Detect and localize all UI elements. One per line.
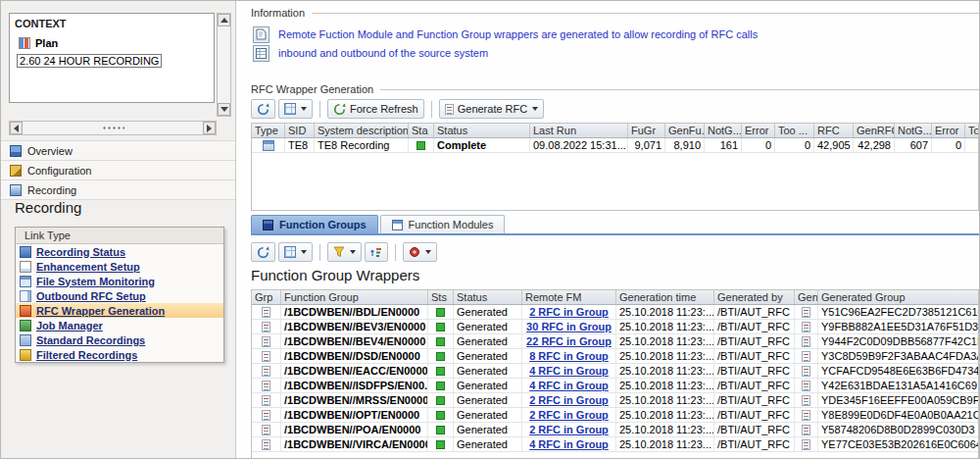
- force-refresh-button[interactable]: Force Refresh: [327, 99, 424, 119]
- accordion-label: Recording: [27, 184, 76, 196]
- fg-table-row[interactable]: /1BCDWBEN//POA/EN0000Generated2 RFC in G…: [252, 423, 978, 437]
- system-type-icon: [263, 140, 274, 151]
- cell-remote_fm[interactable]: 30 RFC in Group: [522, 320, 616, 333]
- generated-icon: [802, 307, 810, 318]
- group-icon: [262, 425, 270, 435]
- cell-generated_group: Y51C96EA2FEC2D7385121C610F: [818, 305, 979, 319]
- document-edit-icon[interactable]: [253, 26, 270, 43]
- column-header[interactable]: Too ...: [965, 124, 979, 137]
- function-group-table: GrpFunction GroupStsStatusRemote FMGener…: [251, 289, 979, 459]
- column-header[interactable]: Generated by: [714, 290, 795, 304]
- layout-button[interactable]: [278, 99, 313, 119]
- icon-cell: [795, 379, 818, 392]
- fg-table-row[interactable]: /1BCDWBEN//ISDFPS/EN00...Generated4 RFC …: [252, 379, 978, 393]
- sidebar-link-label: RFC Wrapper Generation: [36, 305, 165, 317]
- sidebar-link-file-system-monitoring[interactable]: File System Monitoring: [16, 274, 223, 288]
- cell-remote_fm[interactable]: 2 RFC in Group: [522, 423, 616, 436]
- accordion-item-recording[interactable]: Recording: [1, 179, 235, 199]
- scroll-down-button[interactable]: [218, 103, 230, 116]
- cell-remote_fm[interactable]: 2 RFC in Group: [522, 408, 616, 422]
- column-header[interactable]: Grp: [252, 290, 281, 304]
- column-header[interactable]: Remote FM: [522, 290, 616, 304]
- force-refresh-label: Force Refresh: [350, 103, 418, 115]
- column-header[interactable]: SID: [285, 124, 315, 137]
- column-header[interactable]: GenRFC: [854, 124, 895, 137]
- column-header[interactable]: Function Group: [281, 290, 428, 304]
- sidebar-link-recording-status[interactable]: Recording Status: [16, 244, 223, 259]
- services-button[interactable]: [403, 242, 437, 262]
- fg-table-row[interactable]: /1BCDWBEN//BEV3/EN0000Generated30 RFC in…: [252, 320, 978, 334]
- down-arrow-icon: [220, 107, 228, 112]
- sort-button[interactable]: [365, 242, 388, 262]
- scroll-left-button[interactable]: [10, 122, 23, 134]
- icon-cell: [252, 138, 285, 152]
- fg-table-row[interactable]: /1BCDWBEN//VIRCA/EN0000Generated4 RFC in…: [252, 437, 978, 452]
- table-icon[interactable]: [253, 45, 270, 62]
- dropdown-caret: [301, 250, 307, 254]
- grid-refresh-button[interactable]: [251, 242, 275, 262]
- fg-table-row[interactable]: /1BCDWBEN//BDL/EN0000Generated2 RFC in G…: [252, 305, 978, 320]
- sidebar-link-rfc-wrapper-generation[interactable]: RFC Wrapper Generation: [16, 303, 223, 318]
- cell-remote_fm[interactable]: 4 RFC in Group: [522, 364, 616, 378]
- sidebar-link-filtered-recordings[interactable]: Filtered Recordings: [16, 347, 223, 362]
- generate-rfc-button[interactable]: Generate RFC: [439, 99, 545, 119]
- column-header[interactable]: Type: [252, 124, 285, 137]
- refresh-button[interactable]: [251, 99, 275, 119]
- dropdown-caret: [301, 107, 307, 111]
- icon-cell: [428, 334, 454, 348]
- sidebar-link-standard-recordings[interactable]: Standard Recordings: [16, 332, 223, 347]
- filter-button[interactable]: [327, 242, 362, 262]
- column-header[interactable]: GenFu...: [665, 124, 705, 137]
- column-header[interactable]: Error: [932, 124, 965, 137]
- fg-table-row[interactable]: /1BCDWBEN//BEV4/EN0000Generated22 RFC in…: [252, 334, 978, 349]
- tab-function-groups[interactable]: Function Groups: [251, 215, 378, 233]
- column-header[interactable]: RFC: [814, 124, 854, 137]
- sidebar-link-enhancement-setup[interactable]: Enhancement Setup: [16, 259, 223, 274]
- context-horizontal-scrollbar[interactable]: [9, 121, 217, 135]
- scrollbar-gripper[interactable]: [23, 122, 203, 134]
- cell-status: Generated: [454, 364, 522, 378]
- fg-table-row[interactable]: /1BCDWBEN//OPT/EN0000Generated2 RFC in G…: [252, 408, 978, 423]
- tree-item-plan-value[interactable]: 2.60 24 HOUR RECORDING: [17, 54, 162, 68]
- accordion-item-overview[interactable]: Overview: [1, 140, 235, 160]
- cell-remote_fm[interactable]: 8 RFC in Group: [522, 349, 616, 363]
- column-header[interactable]: Status: [434, 124, 530, 137]
- column-header[interactable]: Error: [742, 124, 775, 137]
- column-header[interactable]: Generated Group: [818, 290, 979, 304]
- scroll-right-button[interactable]: [203, 122, 216, 134]
- column-header[interactable]: NotG...: [705, 124, 742, 137]
- link-list: Recording StatusEnhancement SetupFile Sy…: [16, 244, 223, 362]
- sidebar-link-outbound-rfc-setup[interactable]: Outbound RFC Setup: [16, 288, 223, 303]
- column-header[interactable]: Sta: [409, 124, 434, 137]
- rfc-status-row[interactable]: TE8TE8 RecordingComplete09.08.2022 15:31…: [252, 138, 978, 153]
- column-header[interactable]: Status: [454, 290, 522, 304]
- column-header[interactable]: FuGr: [628, 124, 665, 137]
- tab-function-modules[interactable]: Function Modules: [380, 215, 506, 233]
- grid-layout-button[interactable]: [278, 242, 313, 262]
- column-header[interactable]: Sts: [428, 290, 454, 304]
- column-header[interactable]: System description: [315, 124, 409, 137]
- cell-remote_fm[interactable]: 2 RFC in Group: [522, 393, 616, 407]
- sidebar-link-label: Filtered Recordings: [36, 349, 137, 361]
- column-header[interactable]: Last Run: [530, 124, 628, 137]
- cell-remote_fm[interactable]: 4 RFC in Group: [522, 379, 616, 392]
- fg-table-row[interactable]: /1BCDWBEN//EACC/EN0000Generated4 RFC in …: [252, 364, 978, 379]
- cell-remote_fm[interactable]: 2 RFC in Group: [522, 305, 616, 319]
- app-window: CONTEXT Plan 2.60 24 HOUR RECORDING Over…: [0, 0, 980, 459]
- cell-status: Generated: [454, 349, 522, 363]
- fg-table-row[interactable]: /1BCDWBEN//DSD/EN0000Generated8 RFC in G…: [252, 349, 978, 364]
- column-header[interactable]: NotG...: [895, 124, 932, 137]
- scroll-up-button[interactable]: [218, 14, 230, 26]
- column-header[interactable]: Generation time: [616, 290, 714, 304]
- tree-item-plan[interactable]: Plan: [19, 37, 209, 49]
- document-glyph: [256, 28, 267, 40]
- column-header[interactable]: Gen: [795, 290, 818, 304]
- fg-table-row[interactable]: /1BCDWBEN//MRSS/EN0000Generated2 RFC in …: [252, 393, 978, 408]
- cell-generation_time: 25.10.2018 11:23:...: [616, 364, 714, 378]
- sidebar-link-job-manager[interactable]: Job Manager: [16, 318, 223, 332]
- context-vertical-scrollbar[interactable]: [217, 13, 231, 117]
- accordion-item-configuration[interactable]: Configuration: [1, 160, 235, 179]
- cell-remote_fm[interactable]: 4 RFC in Group: [522, 437, 616, 451]
- column-header[interactable]: Too ...: [775, 124, 814, 137]
- cell-remote_fm[interactable]: 22 RFC in Group: [522, 334, 616, 348]
